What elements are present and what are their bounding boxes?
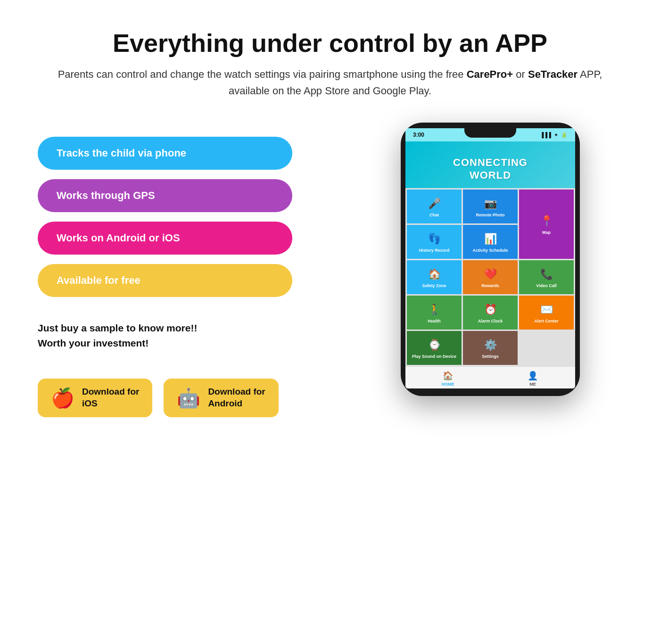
bottom-nav: 🏠 HOME 👤 ME — [405, 366, 575, 388]
settings-icon: ⚙️ — [484, 339, 497, 351]
app-grid: 🎤 Chat 📷 Remote Photo 📍 Map — [405, 188, 575, 366]
tile-chat[interactable]: 🎤 Chat — [407, 190, 462, 223]
video-call-icon: 📞 — [540, 268, 553, 281]
me-nav-label: ME — [529, 382, 536, 387]
alert-center-label: Alert Center — [534, 319, 559, 324]
phone-time: 3:00 — [413, 132, 424, 138]
page-wrapper: Everything under control by an APP Paren… — [0, 0, 660, 446]
subtitle-mid: or — [513, 68, 528, 80]
main-title: Everything under control by an APP — [38, 28, 622, 58]
cta-line2: Worth your investment! — [38, 336, 339, 351]
status-icons: ▐▐▐ ✦ 🔋 — [540, 132, 568, 138]
map-label: Map — [542, 230, 551, 235]
pill-free: Available for free — [38, 264, 292, 297]
pill-os-text: Works on Android or iOS — [57, 232, 180, 244]
safety-zone-label: Safety Zone — [422, 283, 446, 289]
alert-center-icon: ✉️ — [540, 304, 553, 316]
phone-screen: 3:00 ▐▐▐ ✦ 🔋 CONNECTINGWORLD 🎤 Chat — [405, 128, 575, 388]
download-android-button[interactable]: 🤖 Download forAndroid — [164, 379, 278, 417]
health-label: Health — [428, 319, 441, 324]
alarm-clock-icon: ⏰ — [484, 304, 497, 316]
app2-label: SeTracker — [528, 68, 578, 80]
map-icon: 📍 — [540, 215, 553, 227]
phone-shell: 3:00 ▐▐▐ ✦ 🔋 CONNECTINGWORLD 🎤 Chat — [401, 123, 580, 396]
app-header-title: CONNECTINGWORLD — [453, 157, 528, 182]
phone-notch — [464, 128, 516, 138]
right-col: 3:00 ▐▐▐ ✦ 🔋 CONNECTINGWORLD 🎤 Chat — [358, 123, 622, 396]
app-header: CONNECTINGWORLD — [405, 141, 575, 188]
history-record-icon: 👣 — [428, 233, 441, 245]
pill-free-text: Available for free — [57, 274, 140, 287]
download-ios-label: Download foriOS — [82, 386, 139, 409]
play-sound-icon: ⌚ — [428, 339, 441, 351]
safety-zone-icon: 🏠 — [428, 268, 441, 281]
apple-icon: 🍎 — [51, 387, 74, 409]
chat-icon: 🎤 — [428, 198, 441, 210]
download-android-label: Download forAndroid — [208, 386, 265, 409]
home-nav-icon: 🏠 — [443, 371, 453, 381]
me-nav-icon: 👤 — [528, 371, 538, 381]
content-row: Tracks the child via phone Works through… — [38, 123, 622, 417]
tile-settings[interactable]: ⚙️ Settings — [463, 331, 518, 365]
tile-video-call[interactable]: 📞 Video Call — [519, 260, 574, 294]
settings-label: Settings — [482, 354, 499, 359]
tile-history-record[interactable]: 👣 History Record — [407, 225, 462, 259]
tile-alarm-clock[interactable]: ⏰ Alarm Clock — [463, 296, 518, 330]
tile-rewards[interactable]: ❤️ Rewards — [463, 260, 518, 294]
app1-label: CarePro+ — [467, 68, 513, 80]
play-sound-label: Play Sound on Device — [412, 354, 456, 359]
cta-text: Just buy a sample to know more!! Worth y… — [38, 321, 339, 350]
activity-schedule-label: Activity Schedule — [472, 248, 508, 253]
tile-alert-center[interactable]: ✉️ Alert Center — [519, 296, 574, 330]
tile-activity-schedule[interactable]: 📊 Activity Schedule — [463, 225, 518, 259]
pill-phone: Tracks the child via phone — [38, 137, 292, 170]
nav-me[interactable]: 👤 ME — [490, 371, 575, 387]
alarm-clock-label: Alarm Clock — [478, 319, 503, 324]
tile-play-sound[interactable]: ⌚ Play Sound on Device — [407, 331, 462, 365]
nav-home[interactable]: 🏠 HOME — [405, 371, 490, 387]
remote-photo-icon: 📷 — [484, 198, 497, 210]
download-ios-button[interactable]: 🍎 Download foriOS — [38, 379, 152, 417]
history-record-label: History Record — [419, 248, 450, 253]
rewards-icon: ❤️ — [484, 268, 497, 281]
header-section: Everything under control by an APP Paren… — [38, 28, 622, 99]
pill-phone-text: Tracks the child via phone — [57, 147, 186, 159]
pill-gps: Works through GPS — [38, 179, 292, 212]
pill-gps-text: Works through GPS — [57, 190, 155, 202]
subtitle-part1: Parents can control and change the watch… — [58, 68, 467, 80]
tile-map[interactable]: 📍 Map — [519, 190, 574, 259]
chat-label: Chat — [429, 213, 439, 218]
activity-schedule-icon: 📊 — [484, 233, 497, 245]
remote-photo-label: Remote Photo — [476, 213, 504, 218]
left-col: Tracks the child via phone Works through… — [38, 123, 339, 417]
tile-safety-zone[interactable]: 🏠 Safety Zone — [407, 260, 462, 294]
tile-health[interactable]: 🚶 Health — [407, 296, 462, 330]
video-call-label: Video Call — [536, 283, 556, 289]
pill-os: Works on Android or iOS — [38, 222, 292, 255]
rewards-label: Rewards — [481, 283, 499, 289]
download-row: 🍎 Download foriOS 🤖 Download forAndroid — [38, 379, 339, 417]
health-icon: 🚶 — [428, 304, 441, 316]
cta-line1: Just buy a sample to know more!! — [38, 321, 339, 336]
android-icon: 🤖 — [177, 387, 200, 409]
tile-remote-photo[interactable]: 📷 Remote Photo — [463, 190, 518, 223]
subtitle: Parents can control and change the watch… — [38, 66, 622, 99]
home-nav-label: HOME — [442, 382, 454, 387]
